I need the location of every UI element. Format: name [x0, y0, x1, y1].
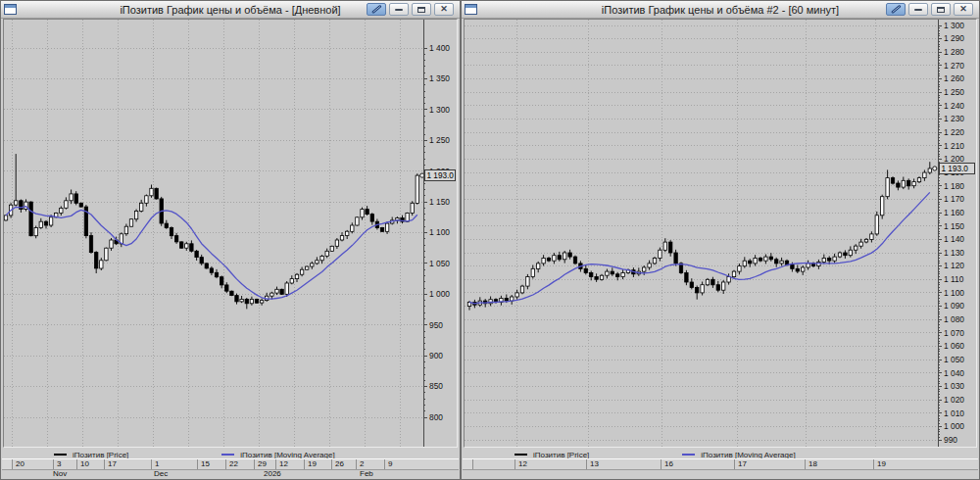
svg-text:1 350: 1 350	[429, 73, 450, 83]
x-axis-month: 2026	[264, 469, 281, 478]
svg-text:1 240: 1 240	[944, 101, 964, 111]
restore-button[interactable]	[412, 3, 431, 16]
svg-text:1 270: 1 270	[944, 61, 964, 71]
x-axis-tick: 12	[514, 459, 527, 469]
svg-text:990: 990	[944, 435, 957, 445]
x-axis-tick: 9	[384, 459, 392, 469]
svg-text:1 180: 1 180	[944, 181, 964, 191]
svg-text:1 040: 1 040	[944, 368, 964, 378]
window-controls: ✕	[886, 3, 973, 16]
svg-text:950: 950	[429, 320, 443, 330]
svg-text:1 050: 1 050	[429, 259, 450, 268]
x-axis-tick: 26	[331, 459, 344, 469]
close-button[interactable]: ✕	[434, 3, 454, 16]
svg-text:1 120: 1 120	[944, 261, 964, 270]
x-axis-tick: 17	[104, 459, 117, 469]
x-axis-tick: 20	[12, 459, 24, 469]
svg-text:1 090: 1 090	[944, 301, 964, 311]
x-axis-tick: 17	[734, 459, 747, 469]
x-axis-month: Feb	[360, 469, 373, 478]
window-controls: ✕	[367, 3, 454, 16]
minimize-icon	[914, 9, 922, 11]
svg-text:1 193.0: 1 193.0	[427, 171, 455, 180]
x-axis-tick-row: 2031017115222912192629	[2, 458, 459, 470]
svg-text:1 280: 1 280	[944, 47, 964, 57]
svg-text:1 000: 1 000	[944, 421, 964, 431]
x-axis-month-row	[463, 470, 978, 478]
x-axis-tick: 10	[76, 459, 89, 469]
restore-icon	[417, 7, 425, 13]
close-button[interactable]: ✕	[954, 3, 973, 16]
svg-text:1 200: 1 200	[944, 154, 964, 164]
x-axis-month: Nov	[53, 469, 67, 478]
titlebar[interactable]: iПозитив График цены и объёма #2 - [60 м…	[462, 1, 979, 19]
x-axis-tick: 16	[661, 459, 673, 469]
x-axis-tick: 1	[151, 459, 159, 469]
svg-text:1 100: 1 100	[944, 288, 964, 298]
svg-text:1 230: 1 230	[944, 114, 964, 123]
svg-text:1 210: 1 210	[944, 141, 964, 151]
link-pin-icon	[371, 5, 382, 14]
svg-text:900: 900	[429, 351, 443, 360]
minimize-button[interactable]	[908, 3, 928, 16]
x-axis-tick: 12	[275, 459, 288, 469]
price-volume-chart-hourly[interactable]: 1 3001 2901 2801 2701 2601 2501 2401 230…	[465, 20, 976, 447]
svg-text:1 160: 1 160	[944, 208, 964, 217]
svg-text:1 250: 1 250	[429, 135, 450, 145]
price-line-swatch	[54, 454, 67, 456]
svg-text:1 110: 1 110	[944, 274, 964, 284]
minimize-icon	[395, 9, 403, 11]
svg-text:1 020: 1 020	[944, 395, 964, 405]
x-axis-tick: 29	[254, 459, 267, 469]
chart-frame: 1 3001 2901 2801 2701 2601 2501 2401 230…	[464, 19, 977, 448]
restore-button[interactable]	[931, 3, 951, 16]
window-chart-icon	[4, 4, 17, 15]
svg-text:800: 800	[429, 412, 443, 422]
svg-text:1 030: 1 030	[944, 381, 964, 391]
svg-text:1 193.0: 1 193.0	[942, 165, 969, 173]
x-axis-month: Dec	[154, 469, 168, 478]
chart-window-hourly: iПозитив График цены и объёма #2 - [60 м…	[461, 0, 980, 480]
x-axis-month-row: NovDec2026Feb	[2, 470, 459, 478]
svg-text:1 150: 1 150	[944, 221, 964, 231]
ma-line-swatch	[682, 454, 695, 456]
svg-text:850: 850	[429, 381, 443, 391]
price-line-swatch	[514, 454, 527, 456]
svg-text:1 260: 1 260	[944, 73, 964, 83]
close-icon: ✕	[440, 5, 448, 14]
svg-text:1 070: 1 070	[944, 328, 964, 338]
svg-text:1 170: 1 170	[944, 194, 964, 204]
svg-text:1 060: 1 060	[944, 341, 964, 351]
restore-icon	[937, 7, 945, 13]
close-icon: ✕	[959, 5, 967, 14]
desktop: { "colors": { "accent_button": "#7da4d2"…	[0, 0, 980, 480]
svg-text:1 130: 1 130	[944, 248, 964, 258]
pin-link-button[interactable]	[886, 3, 906, 16]
svg-text:1 150: 1 150	[429, 197, 450, 207]
svg-text:1 050: 1 050	[944, 355, 964, 364]
chart-window-daily: iПозитив График цены и объёма - [Дневной…	[0, 0, 461, 480]
window-chart-icon	[465, 4, 477, 15]
ma-line-swatch	[221, 454, 234, 456]
x-axis-tick-row: 121316171819	[463, 458, 978, 470]
pin-link-button[interactable]	[367, 3, 386, 16]
chart-frame: 1 4001 3501 3001 2501 2001 1501 1001 050…	[3, 19, 458, 448]
x-axis-tick: 19	[304, 459, 317, 469]
x-axis-tick: 2	[356, 459, 364, 469]
svg-text:1 300: 1 300	[429, 105, 450, 115]
titlebar[interactable]: iПозитив График цены и объёма - [Дневной…	[1, 1, 460, 19]
svg-text:1 000: 1 000	[429, 289, 450, 299]
x-axis-tick: 15	[197, 459, 210, 469]
price-volume-chart-daily[interactable]: 1 4001 3501 3001 2501 2001 1501 1001 050…	[4, 20, 457, 447]
svg-text:1 250: 1 250	[944, 87, 964, 97]
svg-text:1 290: 1 290	[944, 33, 964, 43]
svg-text:1 010: 1 010	[944, 408, 964, 418]
svg-text:1 080: 1 080	[944, 314, 964, 324]
axis-lead-box	[463, 459, 473, 469]
svg-text:1 300: 1 300	[944, 21, 964, 30]
x-axis-tick: 18	[805, 459, 817, 469]
x-axis-tick: 13	[586, 459, 599, 469]
svg-text:1 400: 1 400	[429, 43, 450, 53]
minimize-button[interactable]	[389, 3, 409, 16]
svg-text:1 100: 1 100	[429, 227, 450, 237]
